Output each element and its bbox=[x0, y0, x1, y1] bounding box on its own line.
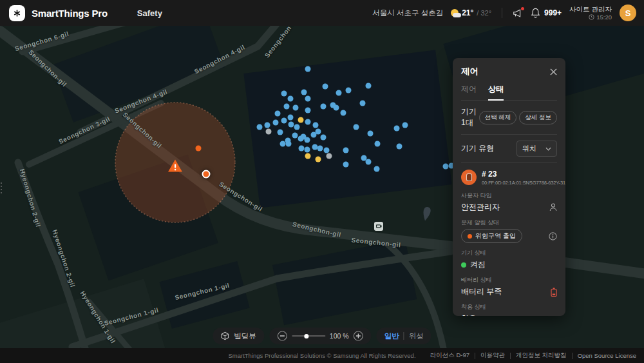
device-dot[interactable] bbox=[323, 84, 328, 90]
device-dot[interactable] bbox=[327, 153, 332, 159]
device-marker-alert[interactable] bbox=[196, 146, 202, 152]
device-dot[interactable] bbox=[280, 141, 286, 147]
device-dot[interactable] bbox=[305, 137, 310, 143]
device-dot[interactable] bbox=[275, 111, 281, 117]
device-dot[interactable] bbox=[336, 90, 342, 96]
device-dot[interactable] bbox=[292, 133, 298, 139]
device-dot[interactable] bbox=[305, 119, 311, 125]
location-text: 서울시 서초구 성촌길 bbox=[372, 8, 443, 18]
device-dot[interactable] bbox=[321, 135, 327, 141]
close-icon[interactable] bbox=[550, 68, 557, 75]
cctv-icon[interactable] bbox=[374, 222, 383, 231]
alert-badge[interactable]: 위험구역 출입 bbox=[461, 229, 522, 243]
warning-triangle-icon bbox=[167, 159, 183, 173]
device-dot[interactable] bbox=[313, 123, 319, 128]
info-icon[interactable] bbox=[549, 232, 557, 240]
detail-info-button[interactable]: 상세 정보 bbox=[519, 111, 557, 124]
device-dot[interactable] bbox=[343, 162, 349, 168]
device-dot[interactable] bbox=[281, 91, 287, 97]
device-dot[interactable] bbox=[366, 159, 372, 165]
notification-count[interactable]: 999+ bbox=[544, 8, 562, 17]
device-type-select[interactable]: 워치 bbox=[516, 141, 557, 157]
device-dot[interactable] bbox=[289, 122, 294, 128]
open-source-link[interactable]: Open Source License bbox=[578, 352, 636, 359]
device-dot[interactable] bbox=[402, 123, 408, 128]
device-dot[interactable] bbox=[311, 132, 317, 138]
field-label: 착용 상태 bbox=[461, 303, 557, 311]
zoom-in-icon[interactable] bbox=[354, 331, 364, 341]
device-dot[interactable] bbox=[360, 101, 366, 106]
watch-device-icon bbox=[461, 170, 477, 185]
notifications-button[interactable] bbox=[531, 8, 540, 18]
nav-safety[interactable]: Safety bbox=[137, 8, 162, 18]
device-dot[interactable] bbox=[317, 146, 323, 152]
login-time: 15:20 bbox=[596, 14, 612, 21]
zoom-level: 100 % bbox=[330, 332, 349, 340]
device-dot[interactable] bbox=[286, 141, 292, 147]
device-dot[interactable] bbox=[394, 126, 400, 132]
device-dot[interactable] bbox=[316, 157, 321, 162]
tab-control[interactable]: 제어 bbox=[461, 84, 477, 100]
device-dot[interactable] bbox=[281, 118, 287, 124]
map-canvas[interactable]: Seongchon 6-gilSeongchon-gilSeongchon 4-… bbox=[0, 26, 644, 348]
map-type-satellite[interactable]: 위성 bbox=[409, 331, 424, 341]
device-dot[interactable] bbox=[443, 164, 449, 170]
device-dot[interactable] bbox=[397, 144, 402, 150]
device-dot[interactable] bbox=[293, 105, 299, 111]
field-label: 사용자 타입 bbox=[461, 191, 557, 200]
device-dot[interactable] bbox=[294, 124, 300, 130]
device-dot[interactable] bbox=[278, 130, 283, 135]
deselect-button[interactable]: 선택 해제 bbox=[479, 111, 517, 124]
device-dot[interactable] bbox=[305, 66, 311, 72]
footer-bar: SmartThings Professional Solutions © Sam… bbox=[0, 348, 644, 363]
device-dot[interactable] bbox=[265, 123, 270, 128]
device-count: 기기 1대 bbox=[461, 106, 479, 128]
device-dot[interactable] bbox=[298, 136, 304, 142]
drawer-handle[interactable] bbox=[1, 182, 2, 193]
brand-title[interactable]: SmartThings Pro bbox=[32, 8, 108, 19]
device-dot[interactable] bbox=[366, 83, 372, 89]
device-dot[interactable] bbox=[305, 96, 311, 102]
device-dot[interactable] bbox=[305, 108, 311, 113]
device-dot[interactable] bbox=[257, 124, 263, 130]
terms-link[interactable]: 이용약관 bbox=[480, 351, 505, 360]
device-dot[interactable] bbox=[305, 147, 310, 153]
device-dot[interactable] bbox=[301, 90, 307, 95]
building-view-button[interactable]: 빌딩뷰 bbox=[213, 328, 264, 344]
device-dot[interactable] bbox=[266, 129, 272, 135]
device-dot[interactable] bbox=[375, 141, 381, 147]
device-dot[interactable] bbox=[341, 110, 346, 116]
zoom-slider[interactable] bbox=[292, 335, 325, 337]
device-dot[interactable] bbox=[343, 148, 349, 153]
power-state-value: 켜짐 bbox=[470, 259, 486, 270]
privacy-link[interactable]: 개인정보 처리방침 bbox=[516, 351, 567, 360]
warning-marker[interactable] bbox=[167, 159, 183, 173]
device-dot[interactable] bbox=[284, 104, 290, 110]
copyright-text: SmartThings Professional Solutions © Sam… bbox=[228, 352, 415, 359]
control-panel: 제어 제어 상태 기기 1대 선택 해제 상세 정보 기기 유형 워치 bbox=[453, 58, 565, 316]
device-marker-selected[interactable] bbox=[202, 170, 211, 179]
map-type-normal[interactable]: 일반 bbox=[384, 331, 399, 341]
device-dot[interactable] bbox=[354, 124, 359, 130]
device-dot[interactable] bbox=[305, 153, 311, 159]
avatar[interactable]: S bbox=[620, 5, 636, 21]
device-dot[interactable] bbox=[288, 115, 294, 121]
device-dot[interactable] bbox=[321, 104, 327, 110]
license-link[interactable]: 라이선스 D-97 bbox=[430, 351, 469, 360]
temp-current: 21° bbox=[462, 8, 473, 17]
zoom-out-icon[interactable] bbox=[277, 331, 287, 341]
divider bbox=[404, 332, 404, 340]
device-dot[interactable] bbox=[288, 96, 294, 102]
tab-status[interactable]: 상태 bbox=[488, 84, 504, 101]
device-dot[interactable] bbox=[324, 148, 330, 153]
device-dot[interactable] bbox=[273, 120, 279, 126]
device-dot[interactable] bbox=[334, 105, 339, 111]
device-dot[interactable] bbox=[299, 146, 305, 152]
zoom-slider-knob[interactable] bbox=[305, 334, 309, 338]
smartthings-logo-icon[interactable] bbox=[9, 5, 25, 21]
device-dot[interactable] bbox=[346, 88, 352, 93]
device-dot[interactable] bbox=[374, 166, 380, 172]
announcement-button[interactable] bbox=[513, 8, 523, 18]
device-dot[interactable] bbox=[298, 117, 304, 123]
device-dot[interactable] bbox=[368, 131, 374, 137]
